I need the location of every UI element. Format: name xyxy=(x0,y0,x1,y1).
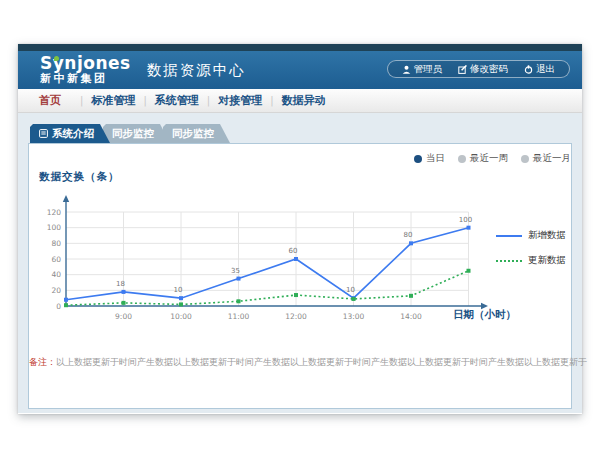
nav-item-2[interactable]: 系统管理 xyxy=(147,93,207,108)
top-dark-strip xyxy=(18,44,582,51)
user-menu: 管理员修改密码退出 xyxy=(387,60,571,78)
nav-item-3[interactable]: 对接管理 xyxy=(210,93,270,108)
svg-text:35: 35 xyxy=(231,267,240,275)
legend-item-1[interactable]: 更新数据 xyxy=(496,254,566,267)
user-menu-item-0[interactable]: 管理员 xyxy=(394,63,451,76)
tab-label: 同步监控 xyxy=(172,124,214,143)
svg-text:100: 100 xyxy=(47,223,62,232)
svg-text:9:00: 9:00 xyxy=(115,312,132,321)
app-header: Synjones 新中新集团 数据资源中心 管理员修改密码退出 xyxy=(18,51,582,89)
radio-icon xyxy=(414,155,422,163)
tab-bar: 系统介绍同步监控同步监控 xyxy=(30,124,223,143)
radio-icon xyxy=(521,155,529,163)
legend-label: 更新数据 xyxy=(528,254,566,267)
legend-item-0[interactable]: 新增数据 xyxy=(496,229,566,242)
tab-2[interactable]: 同步监控 xyxy=(163,124,230,143)
footnote-prefix: 备注： xyxy=(29,357,56,367)
y-axis-title: 数据交换（条） xyxy=(39,170,120,184)
legend-line-sample xyxy=(496,235,522,237)
legend-line-sample xyxy=(496,260,522,262)
svg-text:80: 80 xyxy=(51,239,61,248)
content-area: 系统介绍同步监控同步监控 当日最近一周最近一月 数据交换（条） 02040608… xyxy=(18,113,582,413)
radio-icon xyxy=(458,155,466,163)
svg-text:0: 0 xyxy=(56,302,61,311)
svg-text:20: 20 xyxy=(51,286,61,295)
chart-panel: 当日最近一周最近一月 数据交换（条） 0204060801001209:0010… xyxy=(28,143,572,409)
svg-text:11:00: 11:00 xyxy=(228,312,250,321)
form-icon xyxy=(39,129,48,138)
legend-label: 新增数据 xyxy=(528,229,566,242)
svg-text:13:00: 13:00 xyxy=(343,312,365,321)
svg-text:10: 10 xyxy=(346,286,355,294)
svg-text:18: 18 xyxy=(116,280,125,288)
screenshot-stage: Synjones 新中新集团 数据资源中心 管理员修改密码退出 首页|标准管理|… xyxy=(0,0,600,450)
main-nav: 首页|标准管理|系统管理|对接管理|数据异动 xyxy=(18,89,582,113)
svg-text:80: 80 xyxy=(404,231,413,239)
svg-text:10:00: 10:00 xyxy=(170,312,192,321)
footnote: 备注：以上数据更新于时间产生数据以上数据更新于时间产生数据以上数据更新于时间产生… xyxy=(29,356,571,369)
svg-text:60: 60 xyxy=(51,255,61,264)
user-menu-item-2[interactable]: 退出 xyxy=(516,63,563,76)
user-menu-item-1[interactable]: 修改密码 xyxy=(450,63,516,76)
line-chart: 0204060801001209:0010:0011:0012:0013:001… xyxy=(36,187,496,337)
footnote-text: 以上数据更新于时间产生数据以上数据更新于时间产生数据以上数据更新于时间产生数据以… xyxy=(56,357,587,367)
chart-legend: 新增数据更新数据 xyxy=(496,229,566,267)
logout-icon xyxy=(524,65,533,74)
nav-item-1[interactable]: 标准管理 xyxy=(83,93,143,108)
range-option-1[interactable]: 最近一周 xyxy=(458,152,508,165)
edit-icon xyxy=(458,65,467,74)
svg-text:100: 100 xyxy=(459,216,472,224)
svg-text:120: 120 xyxy=(47,208,62,217)
tab-1[interactable]: 同步监控 xyxy=(103,124,170,143)
user-icon xyxy=(402,65,411,74)
range-option-0[interactable]: 当日 xyxy=(414,152,445,165)
nav-item-4[interactable]: 数据异动 xyxy=(274,93,334,108)
nav-item-0[interactable]: 首页 xyxy=(20,93,80,108)
range-option-label: 当日 xyxy=(426,152,445,165)
tab-label: 同步监控 xyxy=(112,124,154,143)
user-menu-label: 修改密码 xyxy=(470,63,508,76)
user-menu-label: 管理员 xyxy=(414,63,443,76)
tab-0[interactable]: 系统介绍 xyxy=(30,124,110,143)
svg-text:10: 10 xyxy=(174,286,183,294)
brand-logo: Synjones 新中新集团 xyxy=(40,55,131,84)
range-option-label: 最近一月 xyxy=(533,152,571,165)
page-title: 数据资源中心 xyxy=(147,61,246,80)
svg-text:14:00: 14:00 xyxy=(400,312,422,321)
time-range-filter: 当日最近一周最近一月 xyxy=(414,152,571,165)
range-option-label: 最近一周 xyxy=(470,152,508,165)
user-menu-label: 退出 xyxy=(536,63,555,76)
svg-text:60: 60 xyxy=(289,247,298,255)
app-window: Synjones 新中新集团 数据资源中心 管理员修改密码退出 首页|标准管理|… xyxy=(18,44,582,414)
svg-text:12:00: 12:00 xyxy=(285,312,307,321)
x-axis-title: 日期（小时） xyxy=(453,308,516,322)
brand-logo-cn: 新中新集团 xyxy=(40,73,131,85)
svg-text:40: 40 xyxy=(51,270,61,279)
range-option-2[interactable]: 最近一月 xyxy=(521,152,571,165)
tab-label: 系统介绍 xyxy=(52,124,94,143)
